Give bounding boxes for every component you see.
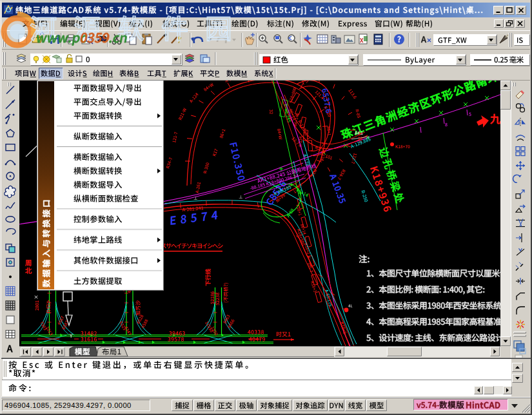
svg-text:496904.1085, 2529439.4297, 0.: 496904.1085, 2529439.4297, 0.0000 [5,401,132,409]
